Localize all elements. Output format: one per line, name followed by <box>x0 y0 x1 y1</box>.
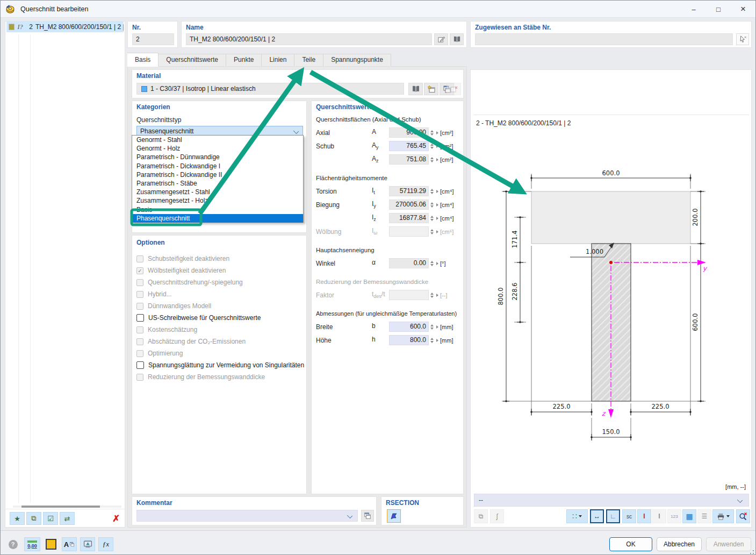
section-type-dropdown-list: Genormt - Stahl Genormt - Holz Parametri… <box>132 135 304 223</box>
select-members-pointer-icon[interactable] <box>736 33 749 45</box>
material-library-icon[interactable] <box>408 83 423 95</box>
value-field[interactable]: 765.45 <box>389 141 429 151</box>
tab-punkte[interactable]: Punkte <box>226 54 262 67</box>
dropdown-option[interactable]: Parametrisch - Dickwandige II <box>132 170 303 179</box>
dropdown-option[interactable]: Zusammengesetzt - Stahl <box>132 188 303 196</box>
dropdown-option[interactable]: Parametrisch - Dünnwandige <box>132 153 303 161</box>
spinner[interactable] <box>429 216 435 221</box>
value-field[interactable]: 800.0 <box>389 335 429 345</box>
copy-item-icon[interactable]: ⧉ <box>26 512 41 525</box>
dropdown-option[interactable]: Genormt - Holz <box>132 144 303 153</box>
dim-centroid-top: 171.4 <box>511 231 519 248</box>
axis-y-label: y <box>703 265 708 272</box>
tab-linien[interactable]: Linien <box>262 54 294 67</box>
checkbox <box>136 338 143 345</box>
export-icon: ⧉ <box>474 509 488 523</box>
centroid-point <box>609 261 613 264</box>
new-item-icon[interactable]: ★ <box>10 512 25 525</box>
dropdown-option[interactable]: Parametrisch - Dickwandige I <box>132 162 303 170</box>
color-swatch-icon[interactable] <box>44 537 59 551</box>
maximize-button[interactable]: □ <box>706 1 731 18</box>
grid-icon[interactable]: ▦ <box>682 509 696 523</box>
checkbox[interactable] <box>136 314 144 322</box>
zoom-reset-icon[interactable] <box>736 509 750 523</box>
spinner[interactable] <box>429 338 435 343</box>
shear-center-icon[interactable]: sc <box>622 509 636 523</box>
ok-button[interactable]: OK <box>609 537 652 551</box>
invert-selection-icon[interactable]: ⇄ <box>60 512 75 525</box>
stress-points-icon[interactable]: ∷ <box>566 509 588 523</box>
dropdown-option[interactable]: Phasenquerschnitt <box>132 214 303 223</box>
cancel-button[interactable]: Abbrechen <box>657 537 702 551</box>
expand-arrow-icon <box>436 203 438 207</box>
options-title: Optionen <box>136 239 306 246</box>
name-card: Name TH_M2 800/600/200/150/1 | 2 <box>181 21 467 48</box>
close-button[interactable]: × <box>731 1 755 18</box>
checkbox <box>136 350 143 357</box>
option-row: Optimierung <box>136 347 306 359</box>
list-item-number: 2 <box>26 23 33 31</box>
dim-centroid-bottom: 228.6 <box>511 283 519 301</box>
dropdown-option[interactable]: Parametrisch - Stäbe <box>132 179 303 188</box>
list-hscrollbar[interactable] <box>13 506 121 508</box>
comment-combobox[interactable] <box>136 510 358 522</box>
check-all-icon[interactable]: ☑ <box>43 512 58 525</box>
spinner[interactable] <box>429 202 435 208</box>
delete-item-icon[interactable]: ✗ <box>109 512 124 525</box>
comment-copy-icon[interactable] <box>361 510 374 522</box>
tab-basis[interactable]: Basis <box>127 53 159 67</box>
spinner[interactable] <box>429 157 435 162</box>
spinner[interactable] <box>429 261 435 266</box>
help-icon[interactable]: ? <box>6 537 20 551</box>
dropdown-option[interactable]: Basis <box>132 205 303 214</box>
dimension-lines-icon[interactable]: ↔ <box>590 509 604 523</box>
spinner[interactable] <box>429 324 435 330</box>
axes-icon[interactable]: ∟ <box>606 509 620 523</box>
tab-spannungspunkte[interactable]: Spannungspunkte <box>323 54 391 67</box>
dim-right-offset: 225.0 <box>652 403 669 410</box>
value-field[interactable]: 600.0 <box>389 322 429 332</box>
group-title-inertia: Flächenträgheitsmomente <box>316 175 460 181</box>
value-field[interactable]: 900.00 <box>389 127 429 138</box>
tab-teile[interactable]: Teile <box>294 54 323 67</box>
spinner[interactable] <box>429 130 435 136</box>
points-icon[interactable]: I <box>637 509 651 523</box>
checkbox <box>136 291 143 298</box>
minimize-button[interactable]: – <box>681 1 706 18</box>
dialog-window: Querschnitt bearbeiten – □ × Liste T 1 T… <box>0 0 756 555</box>
value-field[interactable]: 57119.29 <box>389 186 429 196</box>
dropdown-option[interactable]: Zusammengesetzt - Holz <box>132 196 303 205</box>
list-item[interactable]: I? 2 TH_M2 800/600/200/150/1 | 2 | 1 <box>6 22 124 32</box>
material-new-icon[interactable] <box>424 83 438 95</box>
tab-querschnittswerte[interactable]: Querschnittswerte <box>159 54 226 67</box>
display-properties-icon[interactable]: A <box>62 537 77 551</box>
checkbox[interactable] <box>136 361 144 369</box>
value-row: Höhe h 800.0 [mm] <box>316 333 460 347</box>
value-row: Biegung Iy 270005.06 [cm⁴] <box>316 198 460 211</box>
value-field[interactable]: 270005.06 <box>389 200 429 210</box>
library-icon[interactable] <box>450 33 464 45</box>
option-row[interactable]: Spannungsglättung zur Vermeidung von Sin… <box>136 359 306 371</box>
value-field[interactable]: 751.08 <box>389 154 429 165</box>
spinner[interactable] <box>429 189 435 194</box>
group-title-axis: Hauptachsenneigung <box>316 247 460 253</box>
print-icon[interactable] <box>712 509 734 523</box>
value-field[interactable]: 0.00 <box>389 258 429 268</box>
spinner[interactable] <box>429 144 435 149</box>
monitor-icon[interactable] <box>80 537 95 551</box>
spinner <box>429 293 435 298</box>
value-field[interactable]: 16877.84 <box>389 213 429 223</box>
dropdown-option[interactable]: Genormt - Stahl <box>132 136 303 144</box>
decimal-places-icon[interactable]: 0,00 <box>24 537 40 551</box>
value-row: Schub Ay 765.45 [cm²] <box>316 139 460 153</box>
formula-icon[interactable]: ƒx <box>98 537 113 551</box>
rename-icon[interactable] <box>434 33 448 45</box>
rsection-launch-icon[interactable] <box>387 509 401 523</box>
option-row[interactable]: US-Schreibweise für Querschnittswerte <box>136 312 306 324</box>
expand-arrow-icon <box>436 230 438 233</box>
name-field[interactable]: TH_M2 800/600/200/150/1 | 2 <box>186 33 432 45</box>
resize-grip[interactable] <box>747 547 754 554</box>
material-combobox[interactable]: 1 - C30/37 | Isotrop | Linear elastisch <box>136 83 404 95</box>
drawing-selector[interactable]: -- <box>474 494 749 507</box>
assigned-field[interactable] <box>475 33 733 45</box>
